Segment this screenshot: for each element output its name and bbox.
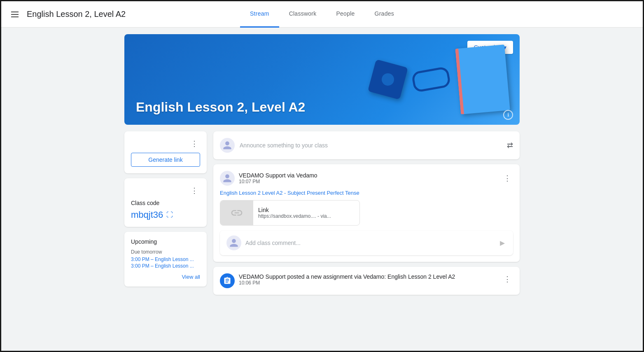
link-url: https://sandbox.vedamo.... - via... — [258, 213, 331, 219]
banner-decoration — [322, 34, 520, 125]
post-author-info: VEDAMO Support via Vedamo 10:07 PM — [239, 172, 497, 184]
comment-area: ► — [220, 231, 513, 255]
nav-people[interactable]: People — [326, 1, 364, 28]
decor-book — [455, 44, 510, 114]
post-more-icon[interactable]: ⋮ — [502, 173, 513, 184]
info-icon[interactable]: ℹ — [503, 110, 513, 120]
post-card: VEDAMO Support via Vedamo 10:07 PM ⋮ Eng… — [213, 164, 520, 262]
expand-icon[interactable]: ⛶ — [166, 211, 173, 219]
post-avatar — [220, 171, 235, 186]
link-info: Link https://sandbox.vedamo.... - via... — [253, 203, 336, 222]
content-wrapper: Customize ▾ English Lesson 2, Level A2 ℹ… — [124, 34, 520, 295]
link-preview[interactable]: Link https://sandbox.vedamo.... - via... — [220, 200, 360, 226]
assignment-card: VEDAMO Support posted a new assignment v… — [213, 267, 520, 295]
assignment-more-icon[interactable]: ⋮ — [502, 273, 513, 285]
comment-input[interactable] — [245, 240, 494, 246]
nav-stream[interactable]: Stream — [240, 1, 279, 28]
user-avatar — [220, 138, 235, 153]
repost-icon[interactable]: ⇄ — [507, 141, 513, 150]
assignment-text: VEDAMO Support posted a new assignment v… — [239, 273, 497, 280]
nav-classwork[interactable]: Classwork — [279, 1, 327, 28]
post-header: VEDAMO Support via Vedamo 10:07 PM ⋮ — [220, 171, 513, 186]
main-nav: Stream Classwork People Grades — [240, 1, 404, 28]
stream-column: Announce something to your class ⇄ VEDAM… — [213, 131, 520, 295]
link-thumbnail — [220, 200, 253, 225]
comment-avatar — [226, 235, 241, 250]
card-header: ⋮ — [131, 138, 200, 149]
upcoming-label: Upcoming — [131, 238, 200, 245]
class-code-label: Class code — [131, 200, 200, 206]
link-title: Link — [258, 207, 331, 213]
more-options-icon[interactable]: ⋮ — [189, 138, 200, 149]
menu-icon[interactable] — [8, 8, 22, 21]
class-code-card: ⋮ Class code mbqjt36 ⛶ — [124, 178, 207, 227]
two-column-layout: ⋮ Generate link ⋮ Class code mbqjt36 ⛶ — [124, 131, 520, 295]
sidebar: ⋮ Generate link ⋮ Class code mbqjt36 ⛶ — [124, 131, 207, 287]
generate-link-button[interactable]: Generate link — [131, 153, 200, 167]
class-code-value: mbqjt36 ⛶ — [131, 210, 200, 220]
decor-glasses — [411, 66, 451, 93]
announce-card[interactable]: Announce something to your class ⇄ — [213, 131, 520, 159]
class-code-text: mbqjt36 — [131, 210, 163, 220]
decor-cube — [368, 59, 408, 100]
post-author-name: VEDAMO Support via Vedamo — [239, 172, 497, 179]
assignment-body: VEDAMO Support posted a new assignment v… — [239, 273, 497, 286]
header: English Lesson 2, Level A2 Stream Classw… — [1, 1, 643, 28]
announce-placeholder[interactable]: Announce something to your class — [240, 142, 502, 149]
view-all-section: View all — [131, 274, 200, 280]
class-banner: Customize ▾ English Lesson 2, Level A2 ℹ — [124, 34, 520, 125]
due-label: Due tomorrow — [131, 249, 200, 255]
generate-link-card: ⋮ Generate link — [124, 131, 207, 173]
upcoming-card: Upcoming Due tomorrow 3:00 PM – English … — [124, 232, 207, 287]
banner-title: English Lesson 2, Level A2 — [124, 90, 317, 125]
class-code-header: ⋮ — [131, 185, 200, 196]
due-item-2[interactable]: 3:00 PM – English Lesson ... — [131, 263, 200, 269]
nav-grades[interactable]: Grades — [365, 1, 404, 28]
due-item-1[interactable]: 3:00 PM – English Lesson ... — [131, 256, 200, 262]
assignment-time: 10:06 PM — [239, 280, 497, 286]
assignment-icon — [220, 273, 235, 288]
view-all-link[interactable]: View all — [182, 274, 200, 280]
post-time: 10:07 PM — [239, 179, 497, 184]
post-body: English Lesson 2 Level A2 - Subject Pres… — [220, 190, 513, 196]
main-content: Customize ▾ English Lesson 2, Level A2 ℹ… — [1, 28, 643, 301]
comment-section: ► — [220, 231, 513, 255]
send-icon[interactable]: ► — [498, 238, 506, 248]
class-code-more-icon[interactable]: ⋮ — [189, 185, 200, 196]
page-title: English Lesson 2, Level A2 — [27, 9, 126, 19]
